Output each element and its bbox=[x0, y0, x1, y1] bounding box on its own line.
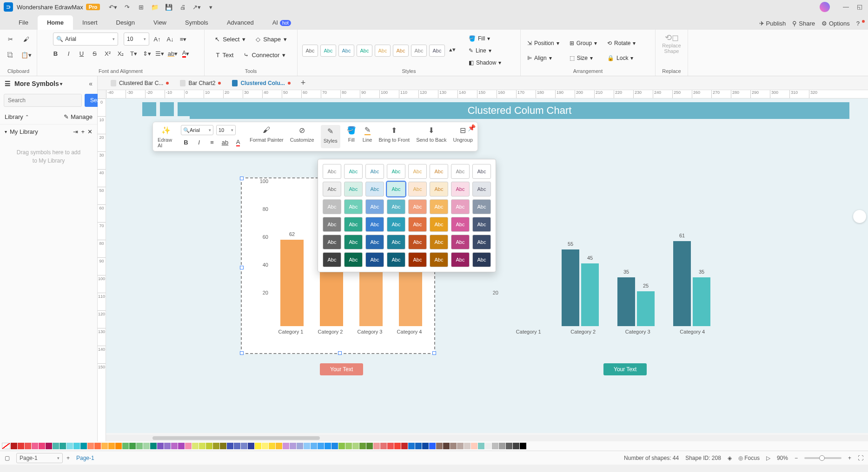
style-option[interactable]: Abc bbox=[430, 217, 448, 232]
maximize-icon[interactable]: ◱ bbox=[857, 3, 864, 11]
style-option[interactable]: Abc bbox=[323, 199, 341, 214]
case-icon[interactable]: T▾ bbox=[129, 48, 139, 59]
undo-icon[interactable]: ↶▾ bbox=[109, 3, 117, 11]
paste-icon[interactable]: 📋▾ bbox=[20, 48, 33, 61]
color-swatch[interactable] bbox=[122, 443, 129, 449]
style-option[interactable]: Abc bbox=[430, 164, 448, 179]
style-option[interactable]: Abc bbox=[387, 235, 405, 249]
color-swatch[interactable] bbox=[171, 443, 178, 449]
style-option[interactable]: Abc bbox=[323, 252, 341, 267]
doc-tab[interactable]: Bar Chart2 bbox=[175, 78, 225, 88]
style-option[interactable]: Abc bbox=[451, 182, 470, 197]
style-swatch[interactable]: Abc bbox=[393, 45, 409, 57]
tab-symbols[interactable]: Symbols bbox=[176, 15, 218, 30]
color-swatch[interactable] bbox=[443, 443, 450, 449]
color-swatch[interactable] bbox=[234, 443, 240, 449]
color-swatch[interactable] bbox=[450, 443, 457, 449]
share-button[interactable]: ⚲ Share bbox=[792, 20, 815, 27]
color-swatch[interactable] bbox=[60, 443, 66, 449]
font-color-icon[interactable]: A▾ bbox=[181, 48, 191, 59]
color-swatch[interactable] bbox=[150, 443, 157, 449]
float-bold-icon[interactable]: B bbox=[181, 137, 191, 147]
redo-icon[interactable]: ↷ bbox=[123, 3, 131, 11]
float-font-select[interactable]: 🔍Arial▾ bbox=[181, 125, 213, 135]
style-swatch[interactable]: Abc bbox=[320, 45, 336, 57]
manage-icon[interactable]: ✎ bbox=[64, 113, 69, 120]
color-swatch[interactable] bbox=[352, 443, 359, 449]
color-swatch[interactable] bbox=[297, 443, 303, 449]
doc-tab[interactable]: Clustered Bar C... bbox=[106, 78, 173, 88]
no-fill-swatch[interactable] bbox=[2, 443, 10, 449]
shadow-dropdown[interactable]: ◧ Shadow ▾ bbox=[467, 58, 503, 67]
style-swatch[interactable]: Abc bbox=[357, 45, 372, 57]
style-option[interactable]: Abc bbox=[472, 164, 491, 179]
style-option[interactable]: Abc bbox=[472, 199, 491, 214]
color-swatch[interactable] bbox=[318, 443, 324, 449]
color-swatch[interactable] bbox=[359, 443, 366, 449]
color-swatch[interactable] bbox=[401, 443, 408, 449]
group-dropdown[interactable]: ⊞ Group ▾ bbox=[568, 39, 599, 48]
zoom-in-icon[interactable]: + bbox=[848, 455, 851, 461]
focus-button[interactable]: ◎ Focus bbox=[738, 455, 760, 461]
style-swatch[interactable]: Abc bbox=[411, 45, 427, 57]
color-swatch[interactable] bbox=[387, 443, 394, 449]
color-swatch[interactable] bbox=[178, 443, 185, 449]
style-swatch[interactable]: Abc bbox=[375, 45, 391, 57]
tab-ai[interactable]: AIhot bbox=[263, 15, 300, 30]
fill-button[interactable]: 🪣Fill bbox=[347, 125, 356, 148]
style-swatch[interactable]: Abc bbox=[429, 45, 445, 57]
color-swatch[interactable] bbox=[80, 443, 87, 449]
style-option[interactable]: Abc bbox=[408, 235, 427, 249]
style-option[interactable]: Abc bbox=[430, 235, 448, 249]
replace-shape-icon[interactable]: ⟲◻ bbox=[665, 33, 679, 43]
doc-tab-active[interactable]: Clustered Colu... bbox=[227, 78, 295, 88]
color-swatch[interactable] bbox=[422, 443, 429, 449]
shape-tool[interactable]: ◇ Shape ▾ bbox=[252, 33, 291, 46]
color-swatch[interactable] bbox=[115, 443, 122, 449]
fit-page-icon[interactable]: ⛶ bbox=[858, 455, 863, 461]
color-swatch[interactable] bbox=[415, 443, 422, 449]
color-swatch[interactable] bbox=[206, 443, 212, 449]
style-swatch[interactable]: Abc bbox=[338, 45, 354, 57]
format-painter-button[interactable]: 🖌Format Painter bbox=[250, 125, 284, 148]
style-option[interactable]: Abc bbox=[387, 217, 405, 232]
color-swatch[interactable] bbox=[331, 443, 338, 449]
line-spacing-icon[interactable]: ⇕▾ bbox=[142, 48, 152, 59]
lock-dropdown[interactable]: 🔒 Lock ▾ bbox=[605, 53, 637, 63]
add-page-icon[interactable]: + bbox=[66, 455, 70, 461]
color-swatch[interactable] bbox=[143, 443, 150, 449]
style-option[interactable]: Abc bbox=[365, 217, 384, 232]
color-swatch[interactable] bbox=[506, 443, 512, 449]
style-option[interactable]: Abc bbox=[472, 252, 491, 267]
more-icon[interactable]: ▾ bbox=[207, 3, 214, 11]
library-label[interactable]: Library bbox=[5, 113, 23, 120]
presentation-icon[interactable]: ▷ bbox=[766, 455, 770, 461]
color-swatch[interactable] bbox=[192, 443, 199, 449]
tab-design[interactable]: Design bbox=[107, 15, 144, 30]
color-swatch[interactable] bbox=[25, 443, 31, 449]
customize-button[interactable]: ⊘Customize bbox=[290, 125, 314, 148]
style-option[interactable]: Abc bbox=[344, 252, 363, 267]
fill-dropdown[interactable]: 🪣 Fill ▾ bbox=[467, 34, 503, 43]
style-option[interactable]: Abc bbox=[387, 182, 405, 197]
save-icon[interactable]: 💾 bbox=[165, 3, 172, 11]
color-swatch[interactable] bbox=[304, 443, 310, 449]
tab-insert[interactable]: Insert bbox=[73, 15, 107, 30]
color-swatch[interactable] bbox=[311, 443, 317, 449]
color-swatch[interactable] bbox=[276, 443, 282, 449]
send-back-button[interactable]: ⬇Send to Back bbox=[416, 125, 446, 148]
style-option[interactable]: Abc bbox=[408, 252, 427, 267]
color-swatch[interactable] bbox=[18, 443, 24, 449]
style-option[interactable]: Abc bbox=[451, 217, 470, 232]
symbol-search-input[interactable] bbox=[4, 94, 82, 107]
style-option[interactable]: Abc bbox=[365, 235, 384, 249]
print-icon[interactable]: 🖨 bbox=[179, 3, 186, 11]
color-swatch[interactable] bbox=[101, 443, 108, 449]
underline-icon[interactable]: U bbox=[77, 48, 87, 59]
align-dropdown[interactable]: ⊫ Align ▾ bbox=[525, 53, 561, 63]
color-swatch[interactable] bbox=[87, 443, 94, 449]
color-swatch[interactable] bbox=[345, 443, 352, 449]
style-option[interactable]: Abc bbox=[451, 199, 470, 214]
edraw-ai-button[interactable]: ✨ Edraw AI bbox=[158, 125, 174, 148]
layers-icon[interactable]: ◈ bbox=[728, 455, 732, 461]
